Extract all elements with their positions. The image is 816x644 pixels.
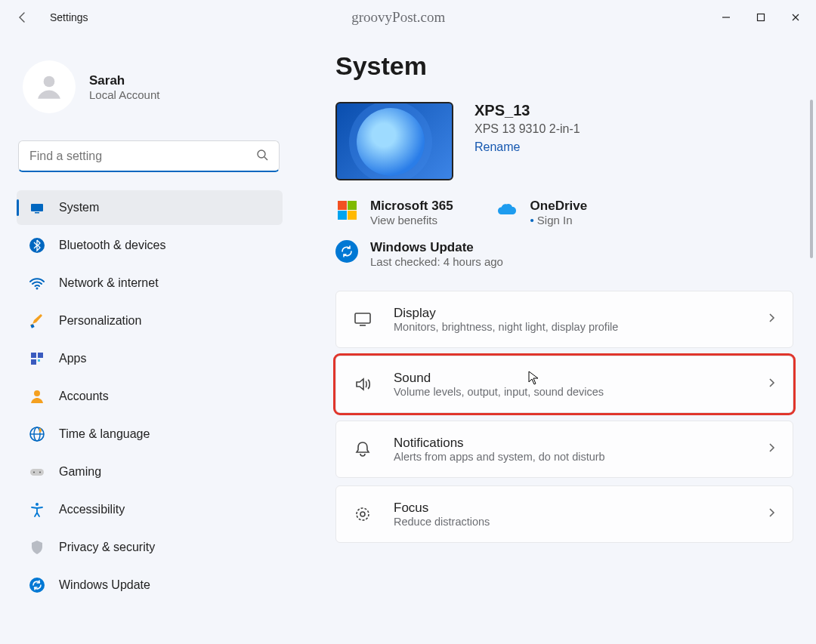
- m365-sub: View benefits: [370, 214, 453, 226]
- nav-label: Accessibility: [59, 503, 125, 516]
- svg-point-8: [36, 288, 39, 290]
- chevron-right-icon: [767, 377, 776, 391]
- svg-rect-1: [758, 14, 765, 21]
- titlebar: Settings groovyPost.com: [0, 0, 816, 35]
- card-notifications[interactable]: NotificationsAlerts from apps and system…: [335, 421, 793, 478]
- nav-list: SystemBluetooth & devicesNetwork & inter…: [17, 190, 287, 602]
- svg-rect-23: [355, 313, 370, 323]
- card-sound[interactable]: SoundVolume levels, output, input, sound…: [335, 356, 793, 413]
- nav-item-system[interactable]: System: [17, 190, 283, 225]
- brush-icon: [29, 313, 45, 329]
- search-field[interactable]: [29, 149, 256, 163]
- device-thumbnail: [335, 102, 453, 180]
- close-button[interactable]: [778, 5, 813, 29]
- onedrive-icon: [496, 199, 518, 221]
- card-title: Notifications: [394, 436, 767, 451]
- settings-window: Settings groovyPost.com Sarah Local Acco…: [0, 0, 816, 644]
- svg-point-26: [360, 512, 365, 516]
- svg-rect-18: [30, 469, 44, 476]
- nav-label: Privacy & security: [59, 541, 155, 554]
- nav-item-personalization[interactable]: Personalization: [17, 304, 283, 338]
- svg-point-25: [357, 508, 369, 520]
- profile-name: Sarah: [89, 73, 159, 88]
- nav-label: Network & internet: [59, 276, 159, 290]
- maximize-button[interactable]: [743, 5, 778, 29]
- card-subtitle: Reduce distractions: [394, 516, 767, 528]
- onedrive-title: OneDrive: [530, 199, 588, 214]
- svg-point-2: [44, 76, 55, 88]
- nav-label: Accounts: [59, 390, 109, 403]
- windows-update-tile[interactable]: Windows Update Last checked: 4 hours ago: [335, 240, 793, 268]
- back-button[interactable]: [12, 7, 33, 28]
- nav-label: Apps: [59, 352, 86, 365]
- nav-item-apps[interactable]: Apps: [17, 341, 283, 376]
- svg-point-21: [36, 503, 39, 506]
- window-controls: [709, 5, 813, 29]
- svg-rect-10: [31, 353, 36, 358]
- chevron-right-icon: [767, 442, 776, 456]
- svg-point-19: [33, 472, 35, 473]
- card-subtitle: Monitors, brightness, night light, displ…: [394, 321, 767, 333]
- app-title: Settings: [50, 11, 88, 23]
- card-display[interactable]: DisplayMonitors, brightness, night light…: [335, 291, 793, 348]
- nav-item-gaming[interactable]: Gaming: [17, 454, 283, 489]
- svg-point-22: [29, 578, 45, 593]
- nav-label: Personalization: [59, 314, 141, 328]
- sound-icon: [353, 374, 372, 394]
- nav-item-privacy-security[interactable]: Privacy & security: [17, 530, 283, 565]
- sync-icon: [29, 577, 45, 593]
- shield-icon: [29, 539, 45, 556]
- nav-item-time-language[interactable]: Time & language: [17, 417, 283, 451]
- rename-link[interactable]: Rename: [474, 140, 580, 154]
- nav-item-accounts[interactable]: Accounts: [17, 379, 283, 414]
- system-icon: [29, 199, 45, 216]
- focus-icon: [353, 504, 372, 524]
- svg-point-14: [34, 390, 40, 396]
- svg-rect-13: [38, 359, 40, 362]
- svg-point-20: [39, 472, 41, 473]
- nav-item-bluetooth-devices[interactable]: Bluetooth & devices: [17, 228, 283, 263]
- search-icon: [256, 149, 268, 164]
- settings-cards: DisplayMonitors, brightness, night light…: [335, 291, 793, 558]
- avatar: [23, 60, 76, 113]
- onedrive-tile[interactable]: OneDrive •Sign In: [496, 199, 588, 226]
- bell-icon: [353, 439, 372, 459]
- onedrive-sub: •Sign In: [530, 214, 588, 226]
- sidebar: Sarah Local Account SystemBluetooth & de…: [0, 35, 295, 644]
- apps-icon: [29, 350, 45, 367]
- nav-label: Time & language: [59, 427, 150, 441]
- main-content: System XPS_13 XPS 13 9310 2-in-1 Rename …: [295, 35, 816, 644]
- scrollbar[interactable]: [810, 100, 813, 258]
- device-model: XPS 13 9310 2-in-1: [474, 122, 580, 136]
- chevron-right-icon: [767, 313, 776, 326]
- person-icon: [29, 388, 45, 405]
- watermark: groovyPost.com: [351, 9, 445, 26]
- search-input[interactable]: [18, 140, 280, 172]
- m365-title: Microsoft 365: [370, 199, 453, 214]
- profile-block[interactable]: Sarah Local Account: [17, 60, 287, 133]
- accessibility-icon: [29, 501, 45, 518]
- wifi-icon: [29, 275, 45, 291]
- svg-rect-6: [35, 212, 39, 214]
- svg-rect-11: [38, 353, 43, 358]
- profile-subtitle: Local Account: [89, 88, 159, 101]
- device-name: XPS_13: [474, 102, 580, 119]
- chevron-right-icon: [767, 507, 776, 521]
- page-title: System: [335, 51, 793, 81]
- card-title: Display: [394, 306, 767, 321]
- device-summary: XPS_13 XPS 13 9310 2-in-1 Rename: [335, 102, 793, 180]
- card-focus[interactable]: FocusReduce distractions: [335, 485, 793, 543]
- card-title: Sound: [394, 371, 755, 386]
- card-title: Focus: [394, 501, 767, 516]
- nav-item-windows-update[interactable]: Windows Update: [17, 568, 283, 602]
- minimize-button[interactable]: [709, 5, 743, 29]
- m365-tile[interactable]: Microsoft 365 View benefits: [335, 199, 453, 226]
- display-icon: [353, 310, 372, 329]
- nav-item-network-internet[interactable]: Network & internet: [17, 266, 283, 300]
- nav-item-accessibility[interactable]: Accessibility: [17, 492, 283, 527]
- svg-line-4: [264, 157, 267, 160]
- globe-icon: [29, 426, 45, 442]
- bluetooth-icon: [29, 237, 45, 254]
- nav-label: Gaming: [59, 465, 101, 479]
- svg-point-3: [258, 150, 265, 158]
